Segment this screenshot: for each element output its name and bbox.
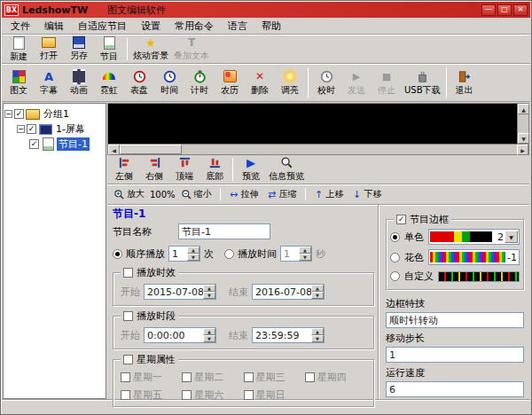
align-top-button[interactable]: 顶端 (169, 156, 200, 183)
order-play-count-spinner[interactable]: 1 ▲▼ (168, 246, 200, 262)
zoom-out-button[interactable]: 缩小 (178, 187, 215, 201)
scroll-left-button[interactable]: ◀ (108, 145, 120, 155)
tree-item-group1[interactable]: − ✓ 分组1 (4, 106, 105, 121)
scrollbar-thumb[interactable] (120, 145, 182, 154)
validity-checkbox[interactable] (123, 268, 133, 278)
order-play-radio[interactable] (113, 249, 122, 259)
vertical-scrollbar[interactable]: ▲ ▼ (517, 104, 528, 144)
brightness-button[interactable]: 调亮 (275, 66, 305, 100)
subtitle-button[interactable]: 字幕 (34, 66, 64, 100)
custom-color-radio[interactable] (390, 271, 400, 281)
program1-checkbox[interactable]: ✓ (29, 139, 39, 149)
wednesday-checkbox[interactable] (244, 372, 254, 382)
spin-down-button[interactable]: ▼ (187, 254, 200, 261)
weekday-thursday[interactable]: 星期四 (305, 371, 366, 384)
align-bottom-button[interactable]: 底部 (200, 156, 230, 183)
collapse-icon[interactable]: − (17, 125, 25, 133)
thursday-checkbox[interactable] (305, 372, 315, 382)
menu-item-edit[interactable]: 编辑 (37, 18, 71, 35)
weekday-sunday[interactable]: 星期日 (244, 388, 305, 402)
move-up-button[interactable]: ↑ 上移 (311, 187, 347, 201)
preview-canvas[interactable] (108, 104, 517, 144)
monday-checkbox[interactable] (121, 372, 130, 382)
spin-up-button[interactable]: ▲ (187, 247, 200, 254)
menu-item-language[interactable]: 语言 (221, 18, 254, 35)
timer-button[interactable]: 计时 (184, 66, 215, 100)
info-preview-button[interactable]: 信息预览 (266, 156, 307, 183)
time-play-spinner[interactable]: 1 ▲▼ (280, 246, 312, 262)
validity-end-field[interactable]: 2016-07-08 ▲▼ (252, 284, 325, 300)
scroll-down-button[interactable]: ▼ (518, 133, 529, 144)
program-button[interactable]: 节目 (94, 36, 124, 62)
pattern-color-combo[interactable]: -1 (428, 249, 520, 265)
menu-item-common-commands[interactable]: 常用命令 (168, 18, 221, 35)
tree-item-screen1[interactable]: − ✓ 1-屏幕 (4, 121, 105, 137)
menu-item-file[interactable]: 文件 (4, 18, 37, 35)
close-button[interactable]: ✕ (513, 4, 528, 16)
collapse-icon[interactable]: − (4, 110, 12, 118)
period-start-field[interactable]: 0:00:00 ▲▼ (144, 327, 216, 343)
spin-up-button[interactable]: ▲ (203, 328, 215, 335)
program-name-field[interactable] (178, 223, 270, 239)
spin-up-button[interactable]: ▲ (299, 247, 311, 254)
friday-checkbox[interactable] (121, 390, 130, 400)
maximize-button[interactable]: □ (497, 4, 512, 16)
weekday-tuesday[interactable]: 星期二 (182, 371, 243, 384)
tree-item-program1[interactable]: ✓ 节目-1 (4, 137, 105, 152)
scroll-right-button[interactable]: ▶ (517, 145, 528, 155)
validity-start-field[interactable]: 2015-07-08 ▲▼ (144, 284, 216, 300)
dropdown-arrow-icon[interactable]: ▼ (505, 231, 518, 243)
spin-down-button[interactable]: ▼ (203, 292, 215, 299)
compress-button[interactable]: ⇄ 压缩 (264, 187, 300, 201)
period-checkbox[interactable] (123, 311, 133, 321)
weekday-saturday[interactable]: 星期六 (182, 388, 243, 402)
move-step-field[interactable] (386, 347, 524, 363)
animation-button[interactable]: 动画 (64, 66, 94, 100)
menu-item-adaptive-program[interactable]: 自适应节目 (71, 18, 134, 35)
border-effect-field[interactable] (386, 312, 524, 328)
horizontal-scrollbar[interactable]: ◀ ▶ (107, 144, 529, 155)
time-sync-button[interactable]: 校时 (311, 66, 341, 100)
spin-up-button[interactable]: ▲ (203, 285, 215, 292)
pattern-color-radio[interactable] (390, 253, 400, 262)
run-speed-field[interactable] (386, 381, 524, 397)
new-button[interactable]: 新建 (4, 36, 34, 62)
tuesday-checkbox[interactable] (182, 372, 192, 382)
weekday-wednesday[interactable]: 星期三 (244, 371, 305, 384)
move-down-button[interactable]: ↓ 下移 (349, 187, 385, 201)
weekday-friday[interactable]: 星期五 (121, 388, 182, 402)
exit-button[interactable]: 退出 (450, 66, 480, 100)
open-button[interactable]: 打开 (34, 36, 64, 62)
menu-item-help[interactable]: 帮助 (254, 18, 288, 35)
scrollbar-track[interactable] (182, 145, 517, 154)
saturday-checkbox[interactable] (182, 390, 192, 400)
single-color-combo[interactable]: 2 ▼ (428, 229, 520, 245)
spin-down-button[interactable]: ▼ (311, 292, 324, 299)
stretch-button[interactable]: ↔ 拉伸 (226, 187, 262, 201)
menu-item-settings[interactable]: 设置 (134, 18, 168, 35)
weekday-monday[interactable]: 星期一 (121, 371, 182, 384)
group1-checkbox[interactable]: ✓ (14, 109, 24, 119)
neon-button[interactable]: 霓虹 (94, 66, 124, 100)
border-checkbox[interactable]: ✓ (396, 215, 406, 224)
lunar-calendar-button[interactable]: 农历 (215, 66, 245, 100)
time-button[interactable]: 时间 (154, 66, 184, 100)
scroll-up-button[interactable]: ▲ (518, 104, 529, 114)
spin-down-button[interactable]: ▼ (203, 335, 215, 342)
custom-color-bar[interactable] (438, 271, 520, 282)
time-play-radio[interactable] (224, 249, 234, 259)
spin-down-button[interactable]: ▼ (299, 254, 311, 261)
minimize-button[interactable]: — (481, 4, 496, 16)
period-end-field[interactable]: 23:59:59 ▲▼ (252, 327, 325, 343)
spin-down-button[interactable]: ▼ (311, 335, 324, 342)
align-left-button[interactable]: 左侧 (109, 156, 139, 183)
dial-button[interactable]: 表盘 (124, 66, 154, 100)
dazzle-background-button[interactable]: 炫动背景 (130, 36, 171, 62)
zoom-in-button[interactable]: 放大 (111, 187, 147, 201)
usb-download-button[interactable]: USB下载 (402, 66, 443, 100)
single-color-radio[interactable] (390, 232, 400, 242)
preview-button[interactable]: 预览 (236, 156, 266, 183)
align-right-button[interactable]: 右侧 (139, 156, 169, 183)
screen1-checkbox[interactable]: ✓ (27, 124, 36, 134)
save-as-button[interactable]: 另存 (64, 36, 94, 62)
